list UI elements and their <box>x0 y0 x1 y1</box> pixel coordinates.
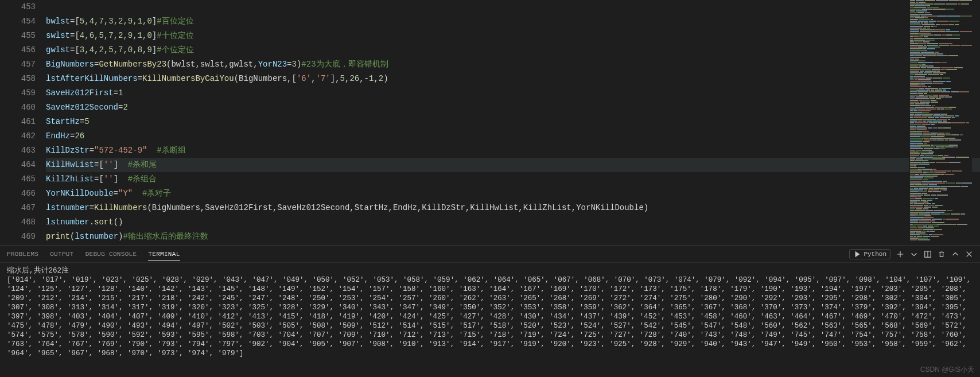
play-icon <box>853 250 861 258</box>
trash-icon[interactable] <box>938 250 946 258</box>
plus-icon[interactable] <box>896 250 904 258</box>
code-area[interactable]: bwlst=[5,4,7,3,2,9,1,0]#百位定位 swlst=[4,6,… <box>46 0 980 245</box>
close-icon[interactable] <box>965 250 973 258</box>
terminal-line: 缩水后,共计262注 <box>7 266 973 275</box>
launch-profile[interactable]: Python <box>849 249 890 259</box>
minimap[interactable] <box>909 0 972 245</box>
tab-output[interactable]: OUTPUT <box>50 251 73 258</box>
chevron-down-icon[interactable] <box>910 250 918 258</box>
line-number-gutter: 4534544554564574584594604614624634644654… <box>0 0 46 245</box>
tab-debug-console[interactable]: DEBUG CONSOLE <box>85 251 137 258</box>
code-editor[interactable]: 4534544554564574584594604614624634644654… <box>0 0 980 245</box>
tab-terminal[interactable]: TERMINAL <box>148 251 180 261</box>
panel-tabs: PROBLEMS OUTPUT DEBUG CONSOLE TERMINAL P… <box>0 246 980 263</box>
terminal-output[interactable]: 缩水后,共计262注 ['014', '017', '019', '023', … <box>0 263 980 377</box>
bottom-panel: PROBLEMS OUTPUT DEBUG CONSOLE TERMINAL P… <box>0 245 980 377</box>
tab-problems[interactable]: PROBLEMS <box>7 251 38 258</box>
split-icon[interactable] <box>924 250 932 258</box>
watermark: CSDN @GIS小天 <box>920 365 974 375</box>
terminal-line: ['014', '017', '019', '023', '025', '028… <box>7 275 973 358</box>
chevron-up-icon[interactable] <box>951 250 959 258</box>
